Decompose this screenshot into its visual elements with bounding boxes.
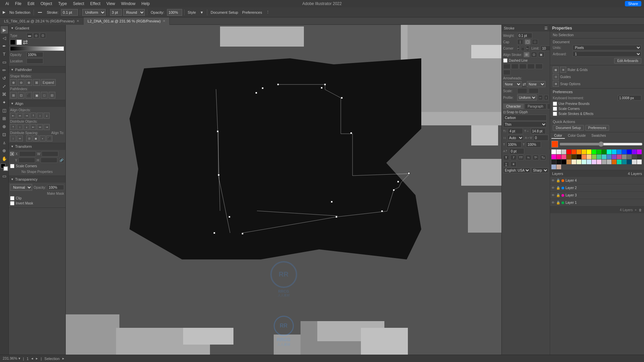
swatch-item[interactable] (551, 149, 556, 154)
dist-right[interactable]: ⇥ (44, 124, 50, 130)
opacity-input[interactable] (167, 9, 182, 16)
tracking-input[interactable] (533, 135, 548, 141)
swatch-item[interactable] (612, 155, 616, 159)
text-tool[interactable]: T (1, 50, 8, 58)
swatch-item[interactable] (592, 160, 596, 164)
trans-header[interactable]: ▼ Transparency (9, 176, 65, 183)
units-select[interactable]: Pixels (573, 45, 641, 50)
scale-v-input[interactable] (526, 141, 541, 147)
doc-setup-button[interactable]: Document Setup (209, 10, 239, 15)
scale-corners-props-check[interactable] (553, 107, 557, 111)
layer-2-lock[interactable]: 🔒 (556, 186, 560, 190)
char-size-input[interactable] (508, 128, 523, 134)
gradient-bar[interactable] (10, 46, 64, 51)
miter-join-btn[interactable]: ⌐ (517, 46, 520, 51)
align-to-key[interactable]: ⬛ (46, 135, 52, 141)
outline-btn[interactable]: □ (41, 92, 48, 99)
swatch-item[interactable] (592, 149, 596, 154)
artboard-nav-right[interactable]: ▸ (36, 356, 38, 361)
swatch-item[interactable] (622, 155, 627, 159)
blend-tool[interactable]: ⌘ (1, 90, 8, 98)
swap-colors[interactable]: ⇄ (23, 39, 28, 45)
rendering-select[interactable]: Sharp (531, 168, 548, 173)
swatch-item[interactable] (556, 155, 561, 159)
selection-tool-icon[interactable]: ▶ (1, 26, 8, 34)
del-layer-btn[interactable]: 🗑 (639, 208, 642, 212)
align-center-v[interactable]: ↕ (37, 113, 43, 119)
fill-swatch[interactable] (10, 40, 15, 45)
eyedropper-tool[interactable]: ✦ (1, 99, 8, 106)
menu-file[interactable]: File (12, 1, 24, 7)
menu-select[interactable]: Select (70, 1, 87, 7)
round-join-btn[interactable]: ⌒ (521, 46, 525, 51)
swatch-item[interactable] (627, 149, 632, 154)
tab-1[interactable]: LS_Title_001.ai @ 28.24 % (RGB/Preview) … (0, 17, 84, 25)
swatch-item[interactable] (622, 160, 627, 164)
artboard-select[interactable]: 1 (573, 51, 641, 57)
align-outside-btn[interactable]: ▣ (538, 52, 544, 57)
menu-effect[interactable]: Effect (88, 1, 103, 7)
swatch-item[interactable] (612, 160, 616, 164)
dist-vert[interactable]: ↕ (17, 124, 23, 130)
minus-back-btn[interactable]: ⊟ (49, 92, 55, 99)
hand-tool[interactable]: ✋ (1, 155, 8, 162)
swatch-item[interactable] (556, 165, 561, 169)
expand-btn[interactable]: Expand (41, 79, 56, 86)
swatch-item[interactable] (607, 155, 611, 159)
gap-3[interactable] (503, 70, 511, 75)
h-input[interactable] (41, 158, 57, 163)
trim-btn[interactable]: ⊡ (18, 92, 24, 99)
stroke-panel-opts[interactable]: ☰ (544, 26, 548, 31)
swatch-item[interactable] (632, 149, 637, 154)
dist-sp-h[interactable]: ⇔ (17, 135, 23, 141)
scale-end-input[interactable] (529, 88, 539, 94)
align-bottom[interactable]: ⇣ (44, 113, 50, 119)
font-style-select[interactable]: Thin (503, 121, 547, 127)
language-select[interactable]: English: USA (503, 168, 530, 173)
align-to-obj[interactable]: ⊡ (26, 135, 32, 141)
ot-tab[interactable]: OpenType (547, 104, 550, 109)
bevel-join-btn[interactable]: ⌙ (526, 46, 529, 51)
make-mask-btn[interactable]: Make Mask (10, 192, 64, 195)
direct-select-tool[interactable]: ◁ (1, 34, 8, 42)
snap-icon[interactable]: ⊠ (553, 81, 559, 87)
shape-tool[interactable]: ▭ (1, 58, 8, 66)
start-arrow-select[interactable]: None (503, 81, 522, 87)
profile-select[interactable]: Uniform (517, 95, 537, 101)
layer-4-lock[interactable]: 🔒 (556, 179, 560, 182)
scale-tool[interactable]: ⤢ (1, 82, 8, 90)
swatch-item[interactable] (627, 155, 632, 159)
layer-4-row[interactable]: 👁 🔒 Layer 4 (550, 177, 644, 184)
swatch-item[interactable] (637, 160, 642, 164)
menu-ai[interactable]: Ai (3, 1, 12, 7)
y-input[interactable] (18, 158, 35, 163)
rotate-tool[interactable]: ↺ (1, 74, 8, 82)
swatch-item[interactable] (627, 160, 632, 164)
scale-strokes-props-check[interactable] (553, 112, 557, 116)
guides-icon[interactable]: ⊡ (553, 74, 559, 80)
style-icon[interactable]: ▼ (199, 10, 205, 15)
freeform-grad-btn[interactable]: ⊡ (40, 33, 46, 38)
layer-1-vis[interactable]: 👁 (551, 201, 555, 204)
layer-2-row[interactable]: 👁 🔒 Layer 2 (550, 184, 644, 192)
w-input[interactable] (42, 151, 58, 157)
dash-1[interactable] (503, 64, 511, 69)
align-inside-btn[interactable]: ⊡ (531, 52, 537, 57)
scale-h-input[interactable] (506, 141, 522, 147)
zoom-display[interactable]: 231.96% ▾ (3, 356, 20, 361)
color-fill[interactable] (551, 141, 558, 147)
baseline-input[interactable] (509, 148, 524, 154)
swatch-item[interactable] (556, 160, 561, 164)
stroke-panel-header[interactable]: Stroke ☰ (502, 25, 550, 32)
layer-1-row[interactable]: 👁 🔒 Layer 1 (550, 199, 644, 206)
layer-3-vis[interactable]: 👁 (551, 193, 555, 197)
swatch-item[interactable] (567, 149, 571, 154)
swatch-item[interactable] (551, 155, 556, 159)
align-center-h[interactable]: ⇔ (17, 113, 23, 119)
swatch-item[interactable] (567, 155, 571, 159)
swatch-item[interactable] (587, 155, 591, 159)
color-slider-r[interactable] (559, 142, 643, 146)
merge-btn[interactable]: ⬛ (25, 92, 32, 99)
edit-artboards-btn[interactable]: Edit Artboards (614, 58, 641, 64)
tt-bold-btn[interactable]: T (503, 155, 509, 160)
